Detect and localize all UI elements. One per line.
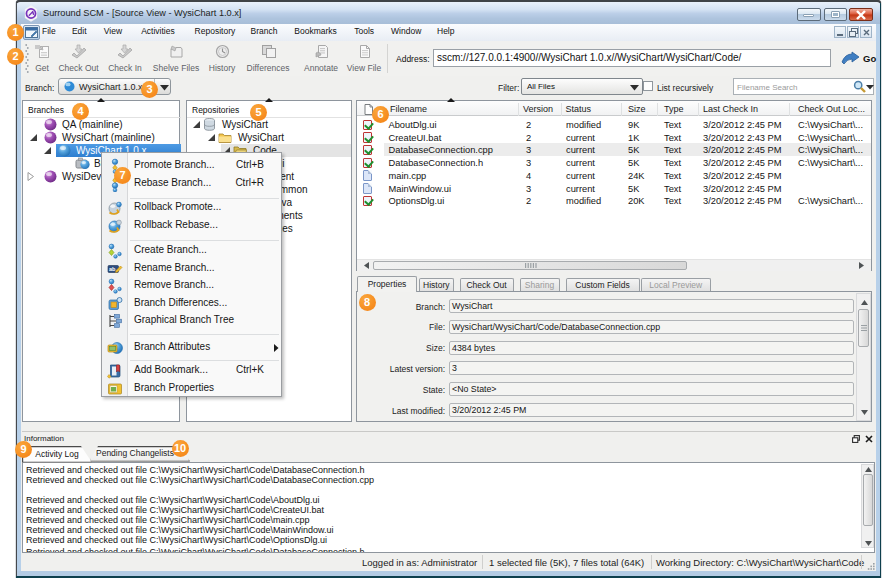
svg-text:ab: ab bbox=[109, 266, 116, 272]
